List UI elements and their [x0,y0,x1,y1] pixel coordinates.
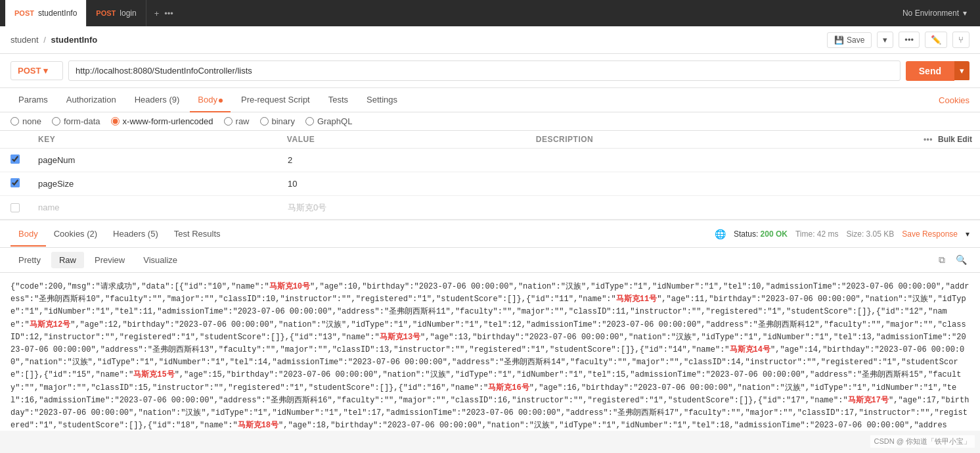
highlight-text: 马斯克11号 [616,295,657,304]
kv-table: KEY VALUE DESCRIPTION ••• Bulk Edit [0,131,980,220]
fork-button[interactable]: ⑂ [952,32,969,48]
highlight-text: 马斯克16号 [488,383,529,393]
more-tabs-icon[interactable]: ••• [164,9,173,18]
response-view-actions: ⧉ 🔍 [188,252,969,268]
globe-icon: 🌐 [715,229,726,239]
env-selector[interactable]: No Environment ▾ [895,9,975,18]
highlight-text: 马斯克15号 [133,370,174,379]
tab-prerequest[interactable]: Pre-request Script [233,88,318,112]
response-status-info: 🌐 Status: 200 OK Time: 42 ms Size: 3.05 … [715,229,969,239]
breadcrumb-separator: / [43,35,46,45]
tab-bar: POST studentInfo POST login + ••• No Env… [0,0,980,26]
tab-authorization[interactable]: Authorization [58,88,124,112]
save-dropdown-button[interactable]: ▾ [877,32,893,48]
row1-description[interactable] [532,153,901,168]
highlight-text: 马斯克14号 [730,345,770,354]
body-type-form-data[interactable]: form-data [52,116,100,126]
row3-key[interactable] [33,200,282,215]
row2-check[interactable] [0,178,33,189]
save-response-chevron[interactable]: ▾ [966,229,969,239]
tab-settings[interactable]: Settings [359,88,405,112]
response-view-tabs: Pretty Raw Preview Visualize ⧉ 🔍 [0,248,980,273]
tab-params[interactable]: Params [11,88,56,112]
add-tab-icon[interactable]: + [154,9,160,18]
resp-view-preview[interactable]: Preview [87,252,133,268]
resp-tab-headers[interactable]: Headers (5) [105,222,166,247]
response-time: Time: 42 ms [795,229,839,239]
row3-value[interactable] [282,200,532,215]
edit-button[interactable]: ✏️ [925,32,947,48]
body-type-urlencoded[interactable]: x-www-form-urlencoded [111,116,213,126]
send-button-group: Send ▾ [906,61,969,81]
row1-value[interactable] [282,153,532,168]
env-chevron-icon: ▾ [963,9,967,18]
tab-login-label: login [120,9,136,18]
cookies-link[interactable]: Cookies [939,95,969,105]
response-size: Size: 3.05 KB [847,229,895,239]
body-dot [219,99,223,103]
breadcrumb-current: studentInfo [51,35,98,45]
method-label: POST [18,66,41,76]
breadcrumb: student / studentInfo [11,35,97,45]
kv-header: KEY VALUE DESCRIPTION ••• Bulk Edit [0,131,980,149]
tab-tests[interactable]: Tests [321,88,356,112]
resp-view-raw[interactable]: Raw [51,252,84,268]
tab-studentinfo-method: POST [14,9,34,17]
body-type-none[interactable]: none [11,116,41,126]
tab-login[interactable]: POST login [87,0,146,26]
more-kv-icon[interactable]: ••• [924,135,933,144]
response-body: {"code":200,"msg":"请求成功","data":[{"id":"… [0,273,980,431]
breadcrumb-parent[interactable]: student [11,35,39,45]
kv-header-actions: ••• Bulk Edit [901,135,980,144]
tab-studentinfo-label: studentInfo [38,9,77,18]
table-row [0,149,980,172]
row2-description[interactable] [532,176,901,191]
body-type-bar: none form-data x-www-form-urlencoded raw… [0,112,980,131]
resp-tab-body[interactable]: Body [11,222,46,247]
highlight-text: 马斯克13号 [380,333,420,342]
body-type-graphql[interactable]: GraphQL [305,116,352,126]
kv-header-value: VALUE [282,135,531,144]
bulk-edit-button[interactable]: Bulk Edit [938,135,972,144]
resp-view-visualize[interactable]: Visualize [135,252,185,268]
send-dropdown-button[interactable]: ▾ [954,61,969,80]
kv-header-key: KEY [33,135,282,144]
row2-value[interactable] [282,176,532,191]
row1-key[interactable] [33,153,282,168]
tab-login-method: POST [96,9,116,17]
copy-response-icon[interactable]: ⧉ [936,252,948,268]
resp-tab-test-results[interactable]: Test Results [166,222,229,247]
body-type-raw[interactable]: raw [224,116,250,126]
search-response-icon[interactable]: 🔍 [953,252,969,268]
row3-description[interactable] [532,200,901,215]
highlight-text: 马斯克12号 [30,320,70,329]
body-type-binary[interactable]: binary [260,116,295,126]
method-chevron-icon: ▾ [43,66,48,76]
method-select[interactable]: POST ▾ [11,61,63,80]
url-bar: POST ▾ Send ▾ [0,54,980,88]
send-button[interactable]: Send [906,61,954,81]
breadcrumb-actions: 💾 Save ▾ ••• ✏️ ⑂ [827,32,969,48]
kv-header-description: DESCRIPTION [531,135,901,144]
save-icon: 💾 [834,36,844,45]
save-button[interactable]: 💾 Save [827,32,872,48]
more-options-button[interactable]: ••• [899,32,920,48]
save-response-button[interactable]: Save Response [902,229,958,239]
response-tabs-bar: Body Cookies (2) Headers (5) Test Result… [0,220,980,248]
row1-check[interactable] [0,155,33,166]
row2-key[interactable] [33,176,282,191]
save-label: Save [847,36,864,45]
tab-headers[interactable]: Headers (9) [127,88,188,112]
url-input[interactable] [68,60,901,81]
request-tabs: Params Authorization Headers (9) Body Pr… [0,88,980,112]
row3-check[interactable] [0,203,33,212]
breadcrumb-bar: student / studentInfo 💾 Save ▾ ••• ✏️ ⑂ [0,26,980,54]
tab-body[interactable]: Body [190,88,231,112]
tab-add-actions[interactable]: + ••• [146,9,181,18]
resp-tab-cookies[interactable]: Cookies (2) [46,222,105,247]
resp-view-pretty[interactable]: Pretty [11,252,49,268]
tab-studentinfo[interactable]: POST studentInfo [5,0,87,26]
env-label: No Environment [902,9,959,18]
response-section: Body Cookies (2) Headers (5) Test Result… [0,220,980,431]
table-row [0,172,980,196]
